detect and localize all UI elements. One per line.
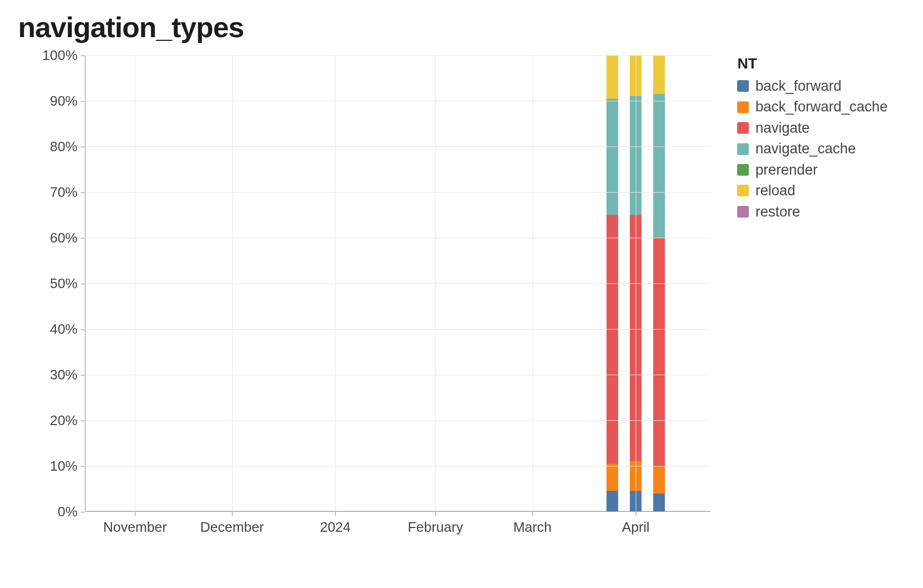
y-tick-label: 50% [50, 275, 85, 292]
bar-segment-back_forward [653, 494, 665, 512]
legend-items: back_forwardback_forward_cachenavigatena… [737, 76, 907, 221]
legend-label: navigate [755, 118, 809, 137]
chart-container: navigation_types 0%10%20%30%40%50%60%70%… [0, 0, 923, 588]
y-tick-label: 20% [50, 412, 85, 429]
gridline-h [85, 146, 711, 147]
gridline-v [435, 55, 436, 512]
plot-area: 0%10%20%30%40%50%60%70%80%90%100%Novembe… [16, 50, 716, 543]
x-tick-label: April [622, 512, 649, 535]
bar-segment-back_forward [606, 491, 618, 512]
legend-title: NT [737, 55, 907, 72]
x-tick-label: February [408, 512, 463, 535]
bar-segment-reload [606, 55, 618, 99]
y-tick-label: 10% [50, 458, 85, 474]
gridline-v [636, 55, 636, 512]
legend-label: navigate_cache [755, 139, 856, 158]
legend-swatch [737, 185, 749, 196]
chart-title: navigation_types [18, 11, 907, 44]
y-tick-label: 100% [42, 47, 86, 64]
gridline-h [85, 55, 711, 56]
x-tick-label: November [103, 512, 167, 535]
legend-item-reload[interactable]: reload [737, 181, 907, 200]
gridline-h [85, 512, 711, 512]
y-tick-label: 40% [50, 321, 85, 338]
y-tick-label: 30% [50, 367, 85, 383]
y-tick-label: 90% [50, 93, 85, 109]
gridline-v [533, 55, 533, 512]
gridline-v [232, 55, 233, 512]
legend-label: back_forward [755, 76, 841, 96]
gridline-h [85, 466, 711, 466]
gridline-v [335, 55, 336, 512]
legend: NT back_forwardback_forward_cachenavigat… [737, 55, 907, 223]
legend-label: prerender [755, 160, 817, 179]
x-tick-label: March [513, 512, 551, 535]
bar-segment-navigate_cache [606, 99, 618, 215]
gridline-h [85, 101, 711, 101]
gridline-h [85, 238, 711, 238]
legend-swatch [737, 143, 749, 155]
gridline-h [85, 329, 711, 330]
bar-segment-reload [653, 55, 665, 94]
y-tick-label: 60% [50, 230, 85, 246]
legend-swatch [737, 80, 749, 92]
gridline-h [85, 192, 711, 193]
legend-swatch [737, 122, 749, 134]
gridline-h [85, 420, 711, 421]
gridline-h [85, 283, 711, 284]
chart-row: 0%10%20%30%40%50%60%70%80%90%100%Novembe… [16, 50, 907, 543]
legend-item-back_forward_cache[interactable]: back_forward_cache [737, 97, 907, 116]
bar-segment-back_forward_cache [606, 464, 618, 491]
plot-inner: 0%10%20%30%40%50%60%70%80%90%100%Novembe… [85, 55, 711, 512]
bar-segment-navigate [606, 215, 618, 464]
x-tick-label: 2024 [320, 512, 351, 535]
legend-swatch [737, 164, 749, 176]
legend-item-prerender[interactable]: prerender [737, 160, 907, 179]
legend-label: reload [755, 181, 795, 200]
legend-swatch [737, 206, 749, 218]
x-tick-label: December [200, 512, 264, 535]
legend-item-back_forward[interactable]: back_forward [737, 76, 907, 96]
legend-label: back_forward_cache [755, 97, 887, 116]
y-tick-label: 80% [50, 139, 85, 155]
bar-segment-navigate_cache [653, 94, 665, 238]
bar-segment-navigate [653, 238, 665, 466]
gridline-v [135, 55, 135, 512]
legend-item-restore[interactable]: restore [737, 202, 907, 221]
bar-segment-back_forward_cache [653, 466, 665, 494]
legend-item-navigate_cache[interactable]: navigate_cache [737, 139, 907, 158]
legend-swatch [737, 101, 749, 113]
legend-item-navigate[interactable]: navigate [737, 118, 907, 137]
y-tick-label: 70% [50, 184, 85, 201]
gridline-h [85, 375, 711, 375]
legend-label: restore [755, 202, 800, 221]
y-tick-label: 0% [57, 504, 85, 520]
